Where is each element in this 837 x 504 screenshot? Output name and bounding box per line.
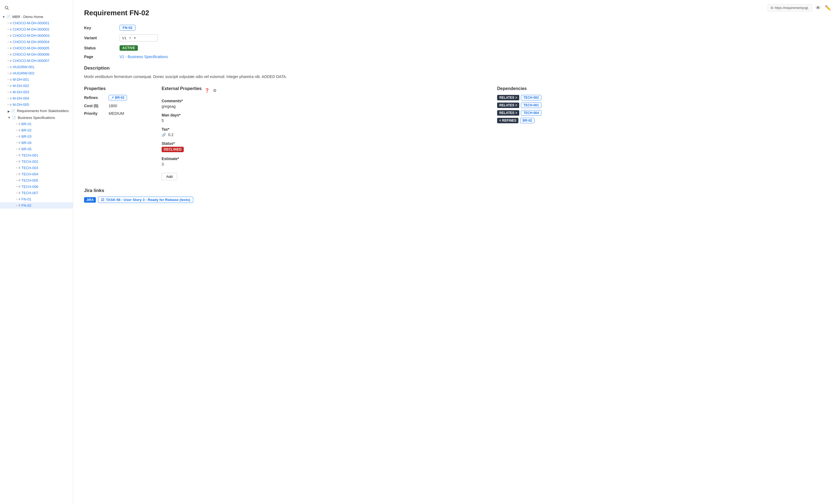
dep-item-badge[interactable]: TECH-002: [521, 95, 541, 100]
req-doc-icon: 📄: [11, 109, 15, 113]
sidebar-item-CHOCO-M-DH-000001[interactable]: • ≡ CHOCO-M-DH-000001: [0, 20, 73, 26]
dep-item-badge[interactable]: TECH-001: [521, 102, 541, 108]
bullet-icon: •: [16, 148, 17, 151]
sidebar-item-BR-03[interactable]: • ≡ BR-03: [0, 133, 73, 139]
edit-button[interactable]: ✏️: [824, 4, 832, 12]
bs-doc-icon: 📄: [12, 116, 16, 120]
sidebar-item-FN-02[interactable]: • ≡ FN-02: [0, 202, 73, 209]
sidebar-item-CHOCO-M-DH-000005[interactable]: • ≡ CHOCO-M-DH-000005: [0, 45, 73, 51]
jira-section: Jira links JIRA ☑ TASK-56 - User Story 3…: [84, 188, 826, 203]
sidebar-item-TECH-002[interactable]: • ≡ TECH-002: [0, 158, 73, 165]
url-bar[interactable]: ⧉ https://requirementyogi.: [768, 4, 812, 12]
description-text: Morbi vestibulum fermentum consequat. Do…: [84, 74, 826, 80]
item-label: BR-04: [21, 141, 32, 145]
sidebar-item-CHOCO-M-DH-000004[interactable]: • ≡ CHOCO-M-DH-000004: [0, 39, 73, 45]
sidebar-item-BR-04[interactable]: • ≡ BR-04: [0, 139, 73, 146]
refines-badge[interactable]: ↗ BR-02: [109, 95, 127, 100]
sidebar-item-TECH-004[interactable]: • ≡ TECH-004: [0, 171, 73, 177]
item-label: BR-02: [21, 128, 32, 132]
sidebar-item-M-DH-002[interactable]: • ≡ M-DH-002: [0, 82, 73, 89]
list-icon: ≡: [10, 65, 12, 69]
key-field-label: Key: [84, 26, 120, 30]
bullet-icon: •: [16, 154, 17, 157]
sidebar-item-CHOCO-M-DH-000007[interactable]: • ≡ CHOCO-M-DH-000007: [0, 58, 73, 64]
list-icon: ≡: [10, 34, 12, 38]
variant-dropdown-arrow[interactable]: ▾: [134, 36, 136, 40]
dep-row-4: < REFINES BR-02: [497, 118, 826, 123]
list-icon: ≡: [10, 78, 12, 81]
bullet-icon: •: [8, 84, 9, 87]
item-label: CHOCO-M-DH-000004: [13, 40, 49, 44]
sidebar-item-TECH-007[interactable]: • ≡ TECH-007: [0, 190, 73, 196]
dep-type-badge: RELATES >: [497, 110, 519, 116]
jira-section-title: Jira links: [84, 188, 826, 193]
sidebar-item-M-DH-001[interactable]: • ≡ M-DH-001: [0, 76, 73, 82]
variant-clear-button[interactable]: ✕: [129, 36, 132, 40]
ext-props-settings-button[interactable]: ⚙: [212, 88, 217, 93]
add-button[interactable]: Add: [162, 173, 177, 180]
sidebar-item-HUGIRW-001[interactable]: • ≡ HUGIRW-001: [0, 64, 73, 70]
bullet-icon: •: [8, 66, 9, 69]
bullet-icon: •: [16, 135, 17, 138]
sidebar-item-TECH-003[interactable]: • ≡ TECH-003: [0, 165, 73, 171]
sidebar-business-specs-group[interactable]: ▼ 📄 Business Specifications: [0, 115, 73, 121]
variant-select[interactable]: V1 ✕ ▾: [120, 34, 158, 41]
copy-icon: ⧉: [771, 6, 773, 10]
bullet-icon: •: [16, 141, 17, 144]
preview-button[interactable]: 👁: [815, 5, 821, 12]
sidebar-item-BR-02[interactable]: • ≡ BR-02: [0, 127, 73, 133]
sidebar-item-HUGIRW-002[interactable]: • ≡ HUGIRW-002: [0, 70, 73, 76]
jira-task-badge[interactable]: ☑ TASK-56 - User Story 3 - Ready for Rel…: [98, 197, 193, 203]
bullet-icon: •: [16, 191, 17, 194]
dep-item-badge[interactable]: BR-02: [520, 118, 535, 123]
item-label: FN-02: [21, 203, 31, 208]
dep-type-badge: RELATES >: [497, 95, 519, 100]
dep-item-badge[interactable]: TECH-004: [521, 110, 541, 116]
list-icon: ≡: [19, 179, 20, 182]
sidebar-item-TECH-001[interactable]: • ≡ TECH-001: [0, 152, 73, 158]
item-label: HUGIRW-001: [13, 65, 35, 69]
sidebar-item-TECH-005[interactable]: • ≡ TECH-005: [0, 177, 73, 184]
sidebar-item-BR-01[interactable]: • ≡ BR-01: [0, 121, 73, 127]
search-button[interactable]: [4, 5, 9, 11]
home-expand-arrow: ▼: [2, 15, 5, 19]
item-label: CHOCO-M-DH-000002: [13, 27, 49, 31]
sidebar-home-group[interactable]: ▼ 📄 MBR - Démo Home: [0, 14, 73, 20]
external-properties-section: External Properties ❓ ⚙ Comments* gregea…: [162, 86, 491, 180]
sidebar-item-M-DH-005[interactable]: • ≡ M-DH-005: [0, 101, 73, 108]
page-link[interactable]: V1 - Business Specifications: [120, 55, 168, 59]
sidebar-requirements-group[interactable]: ▶ 📄 Requirements from Stakeholders: [0, 108, 73, 115]
item-label: CHOCO-M-DH-000005: [13, 46, 49, 50]
item-label: CHOCO-M-DH-000006: [13, 52, 49, 56]
bullet-icon: •: [8, 91, 9, 94]
sidebar-item-CHOCO-M-DH-000003[interactable]: • ≡ CHOCO-M-DH-000003: [0, 33, 73, 39]
list-icon: ≡: [10, 59, 12, 63]
status-ext-badge: DECLINED: [162, 147, 184, 152]
sidebar-item-CHOCO-M-DH-000006[interactable]: • ≡ CHOCO-M-DH-000006: [0, 51, 73, 58]
item-label: TECH-006: [21, 185, 38, 189]
refines-row: Refines ↗ BR-02: [84, 95, 155, 100]
item-label: TECH-005: [21, 179, 38, 183]
list-icon: ≡: [10, 53, 12, 56]
req-expand-arrow: ▶: [8, 109, 10, 113]
sidebar-home-label: MBR - Démo Home: [12, 15, 43, 19]
sidebar-item-CHOCO-M-DH-000002[interactable]: • ≡ CHOCO-M-DH-000002: [0, 26, 73, 33]
ext-props-help-button[interactable]: ❓: [204, 88, 210, 93]
list-icon: ≡: [10, 27, 12, 31]
sidebar-item-TECH-006[interactable]: • ≡ TECH-006: [0, 184, 73, 190]
bullet-icon: •: [8, 28, 9, 31]
list-icon: ≡: [10, 46, 12, 50]
tax-value-text: 0.2: [168, 133, 173, 137]
sidebar-item-FN-01[interactable]: • ≡ FN-01: [0, 196, 73, 202]
sidebar-item-M-DH-004[interactable]: • ≡ M-DH-004: [0, 95, 73, 101]
status-ext-value: DECLINED: [162, 147, 491, 152]
bullet-icon: •: [8, 53, 9, 56]
sidebar-item-BR-05[interactable]: • ≡ BR-05: [0, 146, 73, 152]
search-area[interactable]: [0, 3, 73, 14]
list-icon: ≡: [10, 90, 12, 94]
dep-type-badge: RELATES >: [497, 102, 519, 108]
item-label: CHOCO-M-DH-000001: [13, 21, 49, 25]
top-right-actions: ⧉ https://requirementyogi. 👁 ✏️: [768, 4, 832, 12]
sidebar-item-M-DH-003[interactable]: • ≡ M-DH-003: [0, 89, 73, 95]
properties-grid: Properties Refines ↗ BR-02 Cost ($) 1800…: [84, 86, 826, 180]
